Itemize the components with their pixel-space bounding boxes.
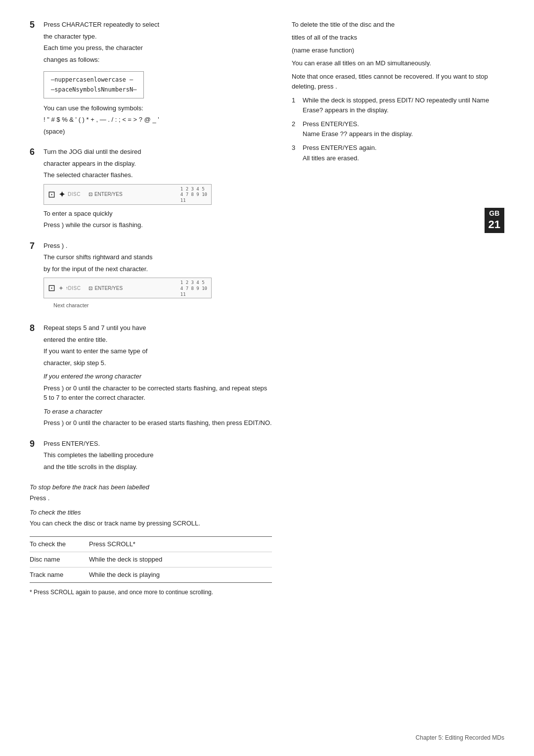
delete-step-2-text: Press ENTER/YES. Name Erase ?? appears i… bbox=[303, 119, 504, 139]
step-7-body: Press ) . The cursor shifts rightward an… bbox=[44, 241, 272, 315]
check-titles-section: To check the titles You can check the di… bbox=[30, 508, 272, 597]
space-hint: To enter a space quickly bbox=[44, 209, 272, 219]
step-6-line2: character appears in the display. bbox=[44, 159, 272, 169]
delete-title-section: To delete the title of the disc and the … bbox=[292, 20, 504, 163]
display-nums2-line3: 11 bbox=[180, 292, 207, 298]
step-9-line2: This completes the labelling procedure bbox=[44, 450, 272, 460]
check-titles-body: You can check the disc or track name by … bbox=[30, 519, 272, 528]
delete-step-3-subtext: All titles are erased. bbox=[303, 154, 359, 162]
step-6-number: 6 bbox=[30, 147, 44, 157]
step-8-number: 8 bbox=[30, 323, 44, 333]
step-8-body: Repeat steps 5 and 7 until you have ente… bbox=[44, 323, 272, 430]
display-nums-1: 1 2 3 4 5 4 7 8 9 10 11 bbox=[180, 187, 207, 204]
scroll-table: To check the Press SCROLL* Disc name Whi… bbox=[30, 536, 272, 583]
step-9-line3: and the title scrolls in the display. bbox=[44, 462, 272, 472]
delete-step-2: 2 Press ENTER/YES. Name Erase ?? appears… bbox=[292, 119, 504, 139]
table-header-col2: Press SCROLL* bbox=[89, 539, 272, 549]
wrong-char-head: If you entered the wrong character bbox=[44, 372, 272, 381]
step-7-line2: The cursor shifts rightward and stands bbox=[44, 252, 272, 262]
display-icon-1: ⊡ bbox=[48, 189, 55, 200]
step-6-line3: The selected character flashes. bbox=[44, 170, 272, 180]
wrong-char-body: Press ) or 0 until the character to be c… bbox=[44, 383, 272, 403]
display-disc-label-2: DISC bbox=[68, 285, 81, 291]
chapter-footer: Chapter 5: Editing Recorded MDs bbox=[416, 734, 504, 741]
step-5-line1: Press CHARACTER repeatedly to select bbox=[44, 20, 272, 30]
next-char-label: Next character bbox=[53, 302, 272, 308]
page: 5 Press CHARACTER repeatedly to select t… bbox=[0, 0, 534, 756]
table-row1-col2: While the deck is stopped bbox=[89, 555, 272, 565]
erase-char-head: To erase a character bbox=[44, 407, 272, 417]
step-7: 7 Press ) . The cursor shifts rightward … bbox=[30, 241, 272, 315]
table-row-2: Track name While the deck is playing bbox=[30, 567, 272, 582]
table-row2-col1: Track name bbox=[30, 570, 89, 580]
step-7-number: 7 bbox=[30, 241, 44, 251]
delete-title-steps: 1 While the deck is stopped, press EDIT/… bbox=[292, 95, 504, 163]
char-row-bottom: —spaceNsymbolsNnumbersN— bbox=[51, 85, 136, 94]
space-text: (space) bbox=[44, 127, 272, 137]
stop-before-head-text: To stop before the track has been labell… bbox=[30, 483, 149, 491]
display-enter-icon-2: ⊡ bbox=[89, 285, 92, 291]
step-5-line2: the character type. bbox=[44, 32, 272, 42]
display-nums-line1: 1 2 3 4 5 bbox=[180, 187, 207, 192]
char-row-top: —nuppercasenlowercase — bbox=[51, 75, 136, 85]
delete-title-head1: To delete the title of the disc and the bbox=[292, 20, 504, 30]
display-icon-2: ⊡ bbox=[48, 283, 55, 293]
display-box-1: ⊡ ✦ DISC ⊡ ENTER/YES 1 2 3 4 5 4 7 8 9 1… bbox=[44, 184, 212, 205]
gb-badge: GB 21 bbox=[485, 208, 504, 233]
left-column: 5 Press CHARACTER repeatedly to select t… bbox=[30, 20, 287, 726]
erase-char-body: Press ) or 0 until the character to be e… bbox=[44, 418, 272, 428]
display-enter-text-1: ENTER/YES bbox=[94, 191, 123, 197]
char-diagram: —nuppercasenlowercase — —spaceNsymbolsNn… bbox=[44, 71, 144, 98]
step-8-line1: Repeat steps 5 and 7 until you have bbox=[44, 323, 272, 333]
step-8-line3: If you want to enter the same type of bbox=[44, 346, 272, 356]
step-9-body: Press ENTER/YES. This completes the labe… bbox=[44, 439, 272, 474]
stop-before-head: To stop before the track has been labell… bbox=[30, 482, 272, 492]
delete-step-1-text: While the deck is stopped, press EDIT/ N… bbox=[303, 95, 504, 115]
display-nums-line3: 11 bbox=[180, 198, 207, 204]
cursor-symbol-1: ✦ bbox=[58, 189, 66, 200]
delete-title-body2: Note that once erased, titles cannot be … bbox=[292, 72, 504, 92]
delete-title-head3: (name erase function) bbox=[292, 46, 504, 55]
space-hint2: Press ) while the cursor is flashing. bbox=[44, 220, 272, 230]
cursor-symbol-2: ✦ bbox=[58, 284, 64, 292]
display-nums-line2: 4 7 8 9 10 bbox=[180, 192, 207, 198]
table-row2-col2: While the deck is playing bbox=[89, 570, 272, 580]
delete-title-body1: You can erase all titles on an MD simult… bbox=[292, 58, 504, 68]
step-9: 9 Press ENTER/YES. This completes the la… bbox=[30, 439, 272, 474]
step-8-line2: entered the entire title. bbox=[44, 335, 272, 345]
step-9-line1: Press ENTER/YES. bbox=[44, 439, 272, 449]
delete-step-3-num: 3 bbox=[292, 143, 303, 163]
step-8: 8 Repeat steps 5 and 7 until you have en… bbox=[30, 323, 272, 430]
table-header-row: To check the Press SCROLL* bbox=[30, 537, 272, 552]
step-5-number: 5 bbox=[30, 20, 44, 30]
delete-step-2-num: 2 bbox=[292, 119, 303, 139]
delete-step-2-subtext: Name Erase ?? appears in the display. bbox=[303, 130, 413, 138]
right-column: GB 21 To delete the title of the disc an… bbox=[287, 20, 504, 726]
step-8-line4: character, skip step 5. bbox=[44, 358, 272, 368]
step-5-line3: Each time you press, the character bbox=[44, 43, 272, 53]
display-disc-label-1: DISC bbox=[68, 191, 81, 197]
display-nums2-line1: 1 2 3 4 5 bbox=[180, 280, 207, 286]
stop-before-body: Press . bbox=[30, 493, 272, 503]
step-9-number: 9 bbox=[30, 439, 44, 449]
step-7-line3: by for the input of the next character. bbox=[44, 264, 272, 274]
step-5-line4: changes as follows: bbox=[44, 55, 272, 65]
step-7-line1: Press ) . bbox=[44, 241, 272, 251]
check-titles-head: To check the titles bbox=[30, 508, 272, 518]
page-number: 21 bbox=[489, 218, 500, 232]
table-header-col1: To check the bbox=[30, 539, 89, 549]
delete-title-head2: titles of all of the tracks bbox=[292, 33, 504, 43]
step-6-body: Turn the JOG dial until the desired char… bbox=[44, 147, 272, 232]
symbols-text: ! " # $ % & ' ( ) * + , — . / : ; < = > … bbox=[44, 115, 272, 125]
stop-before-section: To stop before the track has been labell… bbox=[30, 482, 272, 503]
display-box-2: ⊡ ✦ ↑ DISC ⊡ ENTER/YES 1 2 3 4 5 4 7 8 9… bbox=[44, 278, 212, 298]
step-5-body: Press CHARACTER repeatedly to select the… bbox=[44, 20, 272, 138]
display-enter-text-2: ENTER/YES bbox=[94, 285, 123, 291]
display-enter-label-1: ⊡ bbox=[89, 191, 92, 197]
delete-step-3: 3 Press ENTER/YES again. All titles are … bbox=[292, 143, 504, 163]
gb-text: GB bbox=[489, 209, 499, 218]
display-nums2-line2: 4 7 8 9 10 bbox=[180, 286, 207, 292]
char-row-top-text: —nuppercasenlowercase — bbox=[51, 75, 133, 85]
scroll-footnote: * Press SCROLL again to pause, and once … bbox=[30, 588, 272, 597]
step-6-line1: Turn the JOG dial until the desired bbox=[44, 147, 272, 157]
